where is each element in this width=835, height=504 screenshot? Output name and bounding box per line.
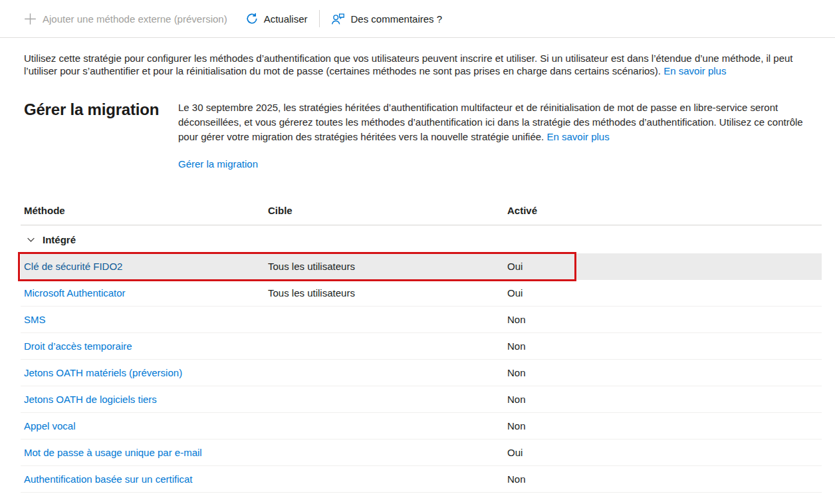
- enabled-cell: Non: [504, 473, 822, 485]
- column-header-enabled[interactable]: Activé: [504, 205, 822, 216]
- feedback-button[interactable]: Des commentaires ?: [331, 13, 443, 25]
- enabled-cell: Oui: [504, 261, 822, 272]
- table-body: Clé de sécurité FIDO2 Tous les utilisate…: [21, 253, 822, 493]
- add-external-method-button[interactable]: Ajouter une méthode externe (préversion): [24, 13, 227, 25]
- manage-migration-heading: Gérer la migration: [24, 100, 178, 172]
- refresh-button[interactable]: Actualiser: [246, 13, 308, 25]
- feedback-label: Des commentaires ?: [351, 13, 443, 25]
- table-row[interactable]: SMS Non: [21, 307, 822, 333]
- manage-migration-text: Le 30 septembre 2025, les stratégies hér…: [178, 102, 803, 142]
- table-row[interactable]: Jetons OATH matériels (préversion) Non: [21, 360, 822, 386]
- plus-icon: [24, 13, 37, 25]
- method-link[interactable]: Appel vocal: [24, 420, 76, 432]
- auth-methods-table: Méthode Cible Activé Intégré Clé de sécu…: [21, 201, 822, 493]
- refresh-label: Actualiser: [264, 13, 308, 25]
- table-row[interactable]: Authentification basée sur un certificat…: [21, 466, 822, 493]
- table-row[interactable]: Jetons OATH de logiciels tiers Non: [21, 386, 822, 413]
- method-link[interactable]: Clé de sécurité FIDO2: [24, 261, 122, 272]
- method-link[interactable]: SMS: [24, 314, 46, 325]
- enabled-cell: Oui: [504, 447, 822, 458]
- table-row[interactable]: Microsoft Authenticator Tous les utilisa…: [21, 280, 822, 307]
- refresh-icon: [246, 13, 258, 25]
- enabled-cell: Non: [504, 394, 822, 405]
- column-header-target[interactable]: Cible: [265, 205, 504, 216]
- add-external-method-label: Ajouter une méthode externe (préversion): [43, 13, 227, 25]
- method-link[interactable]: Mot de passe à usage unique par e-mail: [24, 447, 202, 458]
- toolbar-divider: [319, 10, 320, 27]
- enabled-cell: Non: [504, 420, 822, 432]
- enabled-cell: Oui: [504, 287, 822, 299]
- manage-migration-body: Le 30 septembre 2025, les stratégies hér…: [178, 100, 803, 172]
- policy-description: Utilisez cette stratégie pour configurer…: [24, 52, 820, 77]
- table-row[interactable]: Mot de passe à usage unique par e-mail O…: [21, 440, 822, 466]
- target-cell: Tous les utilisateurs: [265, 261, 504, 272]
- method-link[interactable]: Jetons OATH matériels (préversion): [24, 367, 182, 378]
- manage-migration-text-block: Le 30 septembre 2025, les stratégies hér…: [178, 100, 803, 144]
- chevron-down-icon: [27, 235, 35, 244]
- table-row[interactable]: Clé de sécurité FIDO2 Tous les utilisate…: [21, 253, 822, 280]
- intro-learn-more-link[interactable]: En savoir plus: [663, 65, 726, 76]
- manage-migration-section: Gérer la migration Le 30 septembre 2025,…: [0, 100, 835, 172]
- group-row-builtin[interactable]: Intégré: [21, 225, 822, 253]
- group-label: Intégré: [43, 234, 76, 245]
- method-link[interactable]: Authentification basée sur un certificat: [24, 473, 192, 485]
- enabled-cell: Non: [504, 367, 822, 378]
- feedback-icon: [331, 13, 345, 25]
- column-header-method[interactable]: Méthode: [21, 205, 265, 216]
- target-cell: Tous les utilisateurs: [265, 287, 504, 299]
- manage-migration-link[interactable]: Gérer la migration: [178, 157, 258, 172]
- table-row[interactable]: Appel vocal Non: [21, 413, 822, 440]
- command-bar: Ajouter une méthode externe (préversion)…: [0, 0, 835, 38]
- table-header-row: Méthode Cible Activé: [21, 201, 822, 225]
- enabled-cell: Non: [504, 340, 822, 352]
- method-link[interactable]: Droit d’accès temporaire: [24, 340, 132, 352]
- table-row[interactable]: Droit d’accès temporaire Non: [21, 333, 822, 360]
- enabled-cell: Non: [504, 314, 822, 325]
- method-link[interactable]: Microsoft Authenticator: [24, 287, 126, 299]
- method-link[interactable]: Jetons OATH de logiciels tiers: [24, 394, 157, 405]
- migration-learn-more-link[interactable]: En savoir plus: [546, 131, 609, 142]
